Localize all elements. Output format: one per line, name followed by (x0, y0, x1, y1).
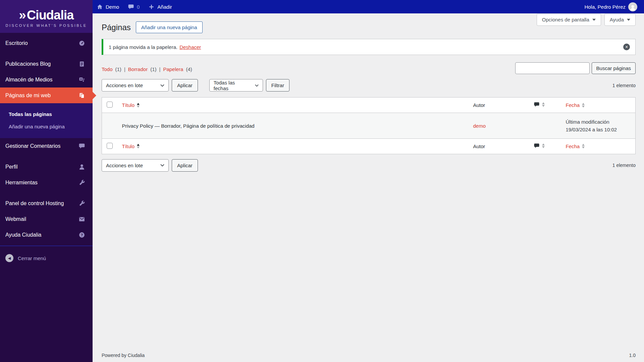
column-author-label: Autor (473, 102, 485, 108)
sidebar-item-label: Gestionar Comentarios (5, 143, 61, 149)
comment-bubble-icon (128, 4, 134, 10)
person-icon (629, 4, 636, 11)
sort-by-comments[interactable] (534, 102, 545, 108)
chevron-down-icon (627, 19, 630, 21)
collapse-menu-label: Cerrar menú (18, 255, 46, 261)
tablenav-bottom: Acciones en lote Aplicar 1 elemento (102, 159, 636, 172)
user-greeting: Hola, Pedro Pérez (584, 4, 626, 10)
view-count: (1) (150, 66, 156, 72)
sidebar-item-paginas-de-mi-web[interactable]: Páginas de mi web (0, 87, 93, 103)
table-row[interactable]: Privacy Policy — Borrador, Página de pol… (102, 113, 636, 139)
page-row-title[interactable]: Privacy Policy — Borrador, Página de pol… (122, 123, 255, 129)
filter-button[interactable]: Filtrar (266, 79, 289, 92)
items-count: 1 elemento (612, 163, 636, 168)
view-count: (4) (186, 66, 192, 72)
dashboard-gauge-icon (78, 40, 85, 47)
powered-by-text: Powered by Ciudalia (102, 353, 145, 358)
chevron-down-icon (592, 19, 596, 21)
admin-bar-new-content[interactable]: Añadir (148, 4, 172, 10)
view-link-todo[interactable]: Todo (102, 66, 113, 72)
wrench-icon (78, 179, 85, 186)
sidebar-item-label: Escritorio (5, 40, 28, 46)
logo-tagline: DISCOVER WHAT'S POSSIBLE (6, 23, 87, 27)
undo-link[interactable]: Deshacer (179, 44, 201, 50)
column-date-label: Fecha (566, 143, 580, 149)
admin-bar-right: Hola, Pedro Pérez (584, 2, 637, 11)
view-link-borrador[interactable]: Borrador (128, 66, 148, 72)
tablenav-top: Acciones en lote Aplicar Todas las fecha… (102, 79, 636, 92)
sort-by-date[interactable]: Fecha (566, 143, 585, 149)
search-pages-button[interactable]: Buscar páginas (592, 62, 636, 74)
select-all-checkbox[interactable] (107, 143, 113, 149)
sort-arrows-icon (137, 144, 140, 148)
page-row-author[interactable]: demo (473, 123, 486, 129)
sidebar-menu: Escritorio Publicaciones Blog Almacén de… (0, 33, 93, 243)
bulk-actions-select[interactable]: Acciones en lote (102, 159, 169, 172)
help-label: Ayuda (610, 17, 624, 22)
sidebar-item-perfil[interactable]: Perfil (0, 159, 93, 175)
sidebar: »Ciudalia DISCOVER WHAT'S POSSIBLE Escri… (0, 0, 93, 362)
sidebar-item-label: Webmail (5, 216, 26, 222)
page-title: Páginas (102, 23, 131, 32)
admin-bar-site-link[interactable]: Demo (97, 4, 119, 10)
table-footer: Título Autor Fecha (102, 138, 636, 154)
select-all-checkbox[interactable] (107, 102, 113, 108)
page-footer: Powered by Ciudalia 1.0 (102, 353, 636, 358)
sort-by-title[interactable]: Título (122, 102, 140, 108)
sidebar-item-panel-de-control-hosting[interactable]: Panel de control Hosting (0, 195, 93, 211)
sidebar-item-label: Almacén de Medios (5, 77, 53, 83)
sort-by-date[interactable]: Fecha (566, 102, 585, 108)
apply-button[interactable]: Aplicar (172, 79, 198, 92)
plus-icon (148, 4, 155, 10)
date-filter-selected: Todas las fechas (214, 80, 248, 91)
chevron-down-icon (160, 84, 164, 87)
main-content: Opciones de pantalla Ayuda Páginas Añadi… (93, 13, 644, 362)
add-new-page-button[interactable]: Añadir una nueva página (136, 21, 203, 33)
menu-separator (0, 190, 93, 195)
comments-icon (78, 143, 85, 149)
search-pages-input[interactable] (515, 62, 590, 74)
dismiss-notice-icon[interactable]: ✕ (623, 44, 630, 50)
chevron-down-icon (160, 164, 164, 167)
screen-options-button[interactable]: Opciones de pantalla (537, 13, 601, 26)
submenu-item-anadir-nueva-pagina[interactable]: Añadir una nueva página (0, 120, 93, 133)
sidebar-item-publicaciones-blog[interactable]: Publicaciones Blog (0, 56, 93, 72)
collapse-arrow-icon: ◀ (5, 254, 13, 262)
view-separator: | (124, 66, 125, 72)
sidebar-item-webmail[interactable]: Webmail (0, 211, 93, 227)
sidebar-item-herramientas[interactable]: Herramientas (0, 175, 93, 190)
view-link-papelera[interactable]: Papelera (163, 66, 183, 72)
sort-arrows-icon (542, 143, 545, 148)
column-title-label: Título (122, 143, 135, 149)
version-text: 1.0 (629, 353, 636, 358)
sidebar-item-label: Perfil (5, 164, 17, 170)
submenu-item-todas-las-paginas[interactable]: Todas las páginas (0, 108, 93, 120)
sidebar-item-escritorio[interactable]: Escritorio (0, 35, 93, 51)
sort-by-title[interactable]: Título (122, 143, 140, 149)
sidebar-item-almacen-de-medios[interactable]: Almacén de Medios (0, 72, 93, 87)
avatar (628, 2, 637, 11)
sort-by-comments[interactable] (534, 143, 545, 149)
pages-submenu: Todas las páginas Añadir una nueva págin… (0, 103, 93, 138)
sidebar-item-label: Ayuda Ciudalia (5, 232, 41, 238)
date-filter-select[interactable]: Todas las fechas (209, 79, 263, 92)
pages-table: Título Autor Fecha (102, 97, 636, 154)
apply-button[interactable]: Aplicar (172, 159, 198, 172)
sidebar-item-gestionar-comentarios[interactable]: Gestionar Comentarios (0, 138, 93, 154)
list-controls-row: Todo (1) | Borrador (1) | Papelera (4) B… (102, 62, 636, 74)
ciudalia-logo[interactable]: »Ciudalia DISCOVER WHAT'S POSSIBLE (0, 0, 93, 33)
status-view-links: Todo (1) | Borrador (1) | Papelera (4) (102, 66, 192, 74)
bulk-actions-select[interactable]: Acciones en lote (102, 79, 169, 92)
admin-bar-comments[interactable]: 0 (128, 4, 140, 10)
comment-bubble-icon (534, 102, 540, 108)
help-question-icon: ? (78, 232, 85, 238)
admin-bar-account[interactable]: Hola, Pedro Pérez (584, 2, 637, 11)
sort-arrows-icon (137, 103, 140, 108)
admin-bar: Demo 0 Añadir Hola, Pedro Pérez (93, 0, 644, 13)
sidebar-item-ayuda-ciudalia[interactable]: Ayuda Ciudalia ? (0, 227, 93, 243)
collapse-menu-button[interactable]: ◀ Cerrar menú (0, 254, 93, 262)
column-title-label: Título (122, 102, 135, 108)
help-button[interactable]: Ayuda (604, 13, 636, 26)
posts-document-icon (78, 61, 85, 67)
logo-chevrons: » (19, 8, 26, 22)
